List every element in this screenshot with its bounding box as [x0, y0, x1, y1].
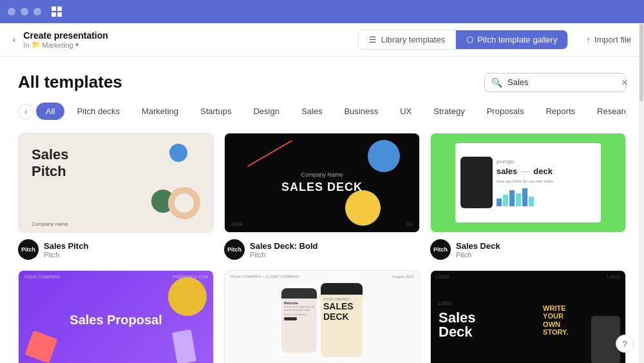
- card2-co: Company Name: [301, 172, 343, 178]
- template-name-3: Sales Deck: [456, 241, 500, 251]
- tab-library-label: Library templates: [381, 35, 445, 44]
- card4-shape1: [168, 277, 207, 316]
- card2-yellow-circle: [345, 190, 381, 226]
- template-info-1: Pitch Sales Pitch Pitch: [18, 239, 214, 260]
- card1-title-text: SalesPitch: [32, 146, 69, 181]
- template-name-1: Sales Pitch: [44, 241, 88, 251]
- search-icon: 🔍: [491, 77, 502, 88]
- titlebar: [0, 0, 644, 23]
- help-icon: ?: [622, 339, 627, 349]
- template-card-sales-deck-bold[interactable]: Company Name SALES DECK 2024 01 Pitch Sa…: [224, 133, 420, 260]
- import-label: Import file: [594, 35, 631, 44]
- breadcrumb: In 📁 Marketing ▾: [23, 41, 108, 49]
- scrollbar-thumb[interactable]: [639, 24, 643, 101]
- page-title: All templates: [18, 72, 122, 92]
- template-card-sales-pitch[interactable]: SalesPitch Company name Pitch Sales Pitc…: [18, 133, 214, 260]
- filter-marketing[interactable]: Marketing: [132, 103, 188, 120]
- template-thumb-4: YOUR COMPANY PREPARED FOR Sales Proposal: [18, 270, 214, 363]
- filter-proposals[interactable]: Proposals: [477, 103, 534, 120]
- tab-group: ☰ Library templates ⬡ Pitch template gal…: [358, 30, 568, 50]
- traffic-light-minimize[interactable]: [21, 8, 28, 15]
- card2-num: 01: [407, 221, 413, 227]
- card4-shape3: [172, 329, 196, 363]
- filter-startups[interactable]: Startups: [191, 103, 241, 120]
- tab-library[interactable]: ☰ Library templates: [359, 30, 455, 49]
- breadcrumb-chevron: ▾: [75, 41, 79, 49]
- template-thumb-1: SalesPitch Company name: [18, 133, 214, 233]
- template-info-3: Pitch Sales Deck Pitch: [430, 239, 626, 260]
- breadcrumb-folder: Marketing: [43, 41, 73, 49]
- template-grid: SalesPitch Company name Pitch Sales Pitc…: [18, 133, 626, 363]
- template-card-sales-proposal[interactable]: YOUR COMPANY PREPARED FOR Sales Proposal…: [18, 270, 214, 363]
- filter-strategy[interactable]: Strategy: [424, 103, 474, 120]
- search-input[interactable]: [507, 77, 616, 87]
- filter-tabs: ‹ All Pitch decks Marketing Startups Des…: [18, 103, 626, 120]
- filter-all[interactable]: All: [36, 103, 64, 120]
- card3-content: yourlogo. sales — deck How app looks for…: [497, 159, 596, 206]
- template-card-async-sales-deck[interactable]: LOGO Sales Deck WRITEYOUROWNSTORY. LOGO …: [430, 270, 626, 363]
- tab-pitch[interactable]: ⬡ Pitch template gallery: [455, 30, 567, 49]
- pitch-logo-3: Pitch: [430, 239, 451, 260]
- filter-sales[interactable]: Sales: [292, 103, 332, 120]
- pitch-logo-2: Pitch: [224, 239, 245, 260]
- folder-icon: 📁: [32, 41, 41, 49]
- card1-subtitle: Company name: [32, 221, 68, 227]
- main-content: All templates 🔍 ✕ ‹ All Pitch decks Mark…: [0, 57, 644, 363]
- template-thumb-3: yourlogo. sales — deck How app looks for…: [430, 133, 626, 233]
- card4-label: YOUR COMPANY: [24, 275, 61, 279]
- filter-nav-prev[interactable]: ‹: [18, 104, 33, 119]
- card5-phone1: Welcome Consectetur adipiscing elit sed …: [281, 288, 317, 353]
- breadcrumb-area: Create presentation In 📁 Marketing ▾: [23, 30, 108, 49]
- filter-business[interactable]: Business: [334, 103, 388, 120]
- template-source-1: Pitch: [44, 251, 88, 259]
- filter-pitch-decks[interactable]: Pitch decks: [67, 103, 129, 120]
- template-source-3: Pitch: [456, 251, 500, 259]
- pitch-icon: ⬡: [466, 35, 473, 44]
- template-card-simple-sales-deck[interactable]: YOUR COMPANY + CLIENT COMPANY August 202…: [224, 270, 420, 363]
- card6-left: LOGO Sales Deck: [431, 271, 538, 363]
- filter-design[interactable]: Design: [243, 103, 289, 120]
- card2-title: SALES DECK: [281, 181, 363, 194]
- card3-phone: [460, 157, 493, 208]
- library-icon: ☰: [369, 35, 377, 44]
- card5-phone2: YOUR COMPANY SALES DECK: [321, 283, 363, 357]
- filter-research[interactable]: Research: [587, 103, 626, 120]
- scrollbar[interactable]: [639, 23, 644, 363]
- card1-blue-circle: [169, 144, 187, 162]
- card2-line: [247, 140, 292, 167]
- template-thumb-6: LOGO Sales Deck WRITEYOUROWNSTORY. LOGO …: [430, 270, 626, 363]
- traffic-light-maximize[interactable]: [33, 8, 41, 15]
- card3-inner: yourlogo. sales — deck How app looks for…: [455, 143, 601, 222]
- import-icon: ↑: [586, 35, 591, 44]
- template-name-2: Sales Deck: Bold: [250, 241, 318, 251]
- card4-shape2: [24, 330, 57, 363]
- template-info-2: Pitch Sales Deck: Bold Pitch: [224, 239, 420, 260]
- breadcrumb-prefix: In: [23, 41, 29, 49]
- template-source-2: Pitch: [250, 251, 318, 259]
- traffic-light-close[interactable]: [8, 8, 15, 15]
- card2-year: 2024: [231, 221, 243, 227]
- template-thumb-2: Company Name SALES DECK 2024 01: [224, 133, 420, 233]
- help-button[interactable]: ?: [616, 335, 634, 353]
- card2-blue-circle: [368, 140, 400, 172]
- app-grid-icon[interactable]: [52, 6, 62, 17]
- create-presentation-title: Create presentation: [23, 30, 108, 41]
- card1-ring: [168, 187, 200, 219]
- content-header: All templates 🔍 ✕: [18, 72, 626, 92]
- back-button[interactable]: ‹: [13, 35, 15, 44]
- template-card-sales-deck[interactable]: yourlogo. sales — deck How app looks for…: [430, 133, 626, 260]
- pitch-logo-1: Pitch: [18, 239, 39, 260]
- filter-ux[interactable]: UX: [390, 103, 421, 120]
- card4-title: Sales Proposal: [70, 313, 162, 328]
- filter-reports[interactable]: Reports: [536, 103, 585, 120]
- back-arrow-icon: ‹: [13, 35, 15, 44]
- tab-pitch-label: Pitch template gallery: [477, 35, 557, 44]
- appbar: ‹ Create presentation In 📁 Marketing ▾ ☰…: [0, 23, 644, 57]
- import-button[interactable]: ↑ Import file: [586, 35, 631, 44]
- search-bar: 🔍 ✕: [484, 73, 626, 92]
- clear-search-button[interactable]: ✕: [621, 77, 629, 88]
- template-thumb-5: YOUR COMPANY + CLIENT COMPANY August 202…: [224, 270, 420, 363]
